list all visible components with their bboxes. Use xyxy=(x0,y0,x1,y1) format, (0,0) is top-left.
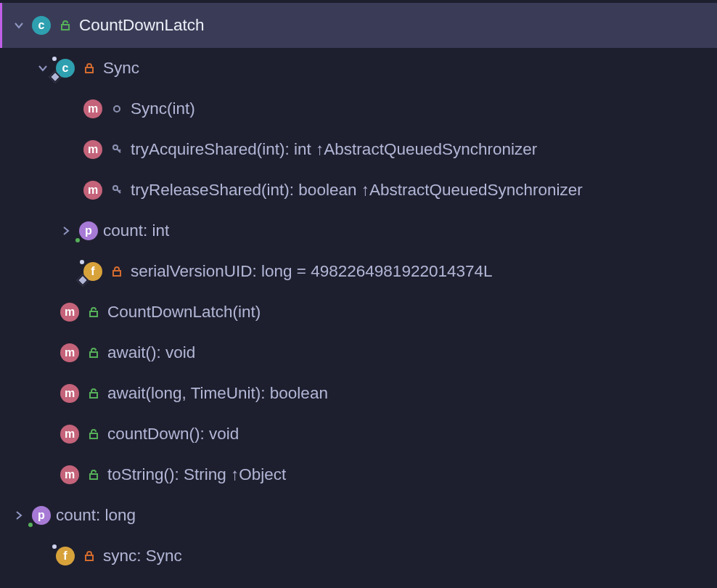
property-label: count: int xyxy=(103,221,169,240)
lock-open-icon xyxy=(57,17,73,33)
method-await-void[interactable]: m await(): void xyxy=(0,332,717,373)
method-label: toString(): String ↑Object xyxy=(107,465,286,484)
class-name-label: CountDownLatch xyxy=(79,16,205,35)
lock-open-icon xyxy=(86,345,102,361)
chevron-right-icon xyxy=(11,507,27,523)
method-icon: m xyxy=(58,382,81,405)
package-visibility-icon xyxy=(109,101,125,117)
method-icon: m xyxy=(58,422,81,446)
lock-closed-icon xyxy=(81,548,97,564)
method-try-release-shared[interactable]: m tryReleaseShared(int): boolean ↑Abstra… xyxy=(0,170,717,211)
lock-closed-icon xyxy=(109,264,125,279)
key-icon xyxy=(109,182,125,198)
sync-class-label: Sync xyxy=(103,59,139,78)
field-sync[interactable]: f sync: Sync xyxy=(0,536,717,576)
method-label: tryAcquireShared(int): int ↑AbstractQueu… xyxy=(131,140,537,159)
field-icon: f xyxy=(54,544,77,568)
field-label: serialVersionUID: long = 498226498192201… xyxy=(131,262,493,281)
method-label: await(long, TimeUnit): boolean xyxy=(107,384,328,403)
property-icon: p xyxy=(30,504,53,527)
method-icon: m xyxy=(81,138,105,161)
method-icon: m xyxy=(58,341,81,364)
property-count[interactable]: p count: long xyxy=(0,495,717,536)
key-icon xyxy=(109,142,125,158)
method-await-timeout[interactable]: m await(long, TimeUnit): boolean xyxy=(0,373,717,414)
method-countdown[interactable]: m countDown(): void xyxy=(0,414,717,454)
lock-open-icon xyxy=(86,304,102,320)
class-icon: c xyxy=(30,14,53,37)
class-icon: c xyxy=(54,57,77,80)
method-label: Sync(int) xyxy=(131,99,195,118)
method-icon: m xyxy=(81,97,105,121)
chevron-right-icon xyxy=(58,223,74,239)
chevron-down-icon xyxy=(11,17,27,33)
field-icon: f xyxy=(81,260,105,283)
lock-open-icon xyxy=(86,426,102,442)
method-label: countDown(): void xyxy=(107,425,239,444)
method-label: CountDownLatch(int) xyxy=(107,303,261,322)
property-sync-count[interactable]: p count: int xyxy=(0,211,717,251)
method-tostring[interactable]: m toString(): String ↑Object xyxy=(0,454,717,495)
class-countdownlatch[interactable]: c CountDownLatch xyxy=(0,3,717,48)
property-label: count: long xyxy=(56,506,136,525)
chevron-down-icon xyxy=(35,60,51,76)
property-icon: p xyxy=(77,219,100,242)
field-serial-version-uid[interactable]: f serialVersionUID: long = 4982264981922… xyxy=(0,251,717,292)
method-try-acquire-shared[interactable]: m tryAcquireShared(int): int ↑AbstractQu… xyxy=(0,129,717,170)
method-label: tryReleaseShared(int): boolean ↑Abstract… xyxy=(131,181,583,200)
method-countdownlatch-constructor[interactable]: m CountDownLatch(int) xyxy=(0,292,717,332)
lock-open-icon xyxy=(86,467,102,483)
field-label: sync: Sync xyxy=(103,547,182,565)
class-sync[interactable]: c Sync xyxy=(0,48,717,89)
method-icon: m xyxy=(58,463,81,486)
lock-closed-icon xyxy=(81,60,97,76)
method-sync-constructor[interactable]: m Sync(int) xyxy=(0,89,717,129)
lock-open-icon xyxy=(86,385,102,401)
method-icon: m xyxy=(58,301,81,324)
method-icon: m xyxy=(81,179,105,202)
method-label: await(): void xyxy=(107,343,195,362)
